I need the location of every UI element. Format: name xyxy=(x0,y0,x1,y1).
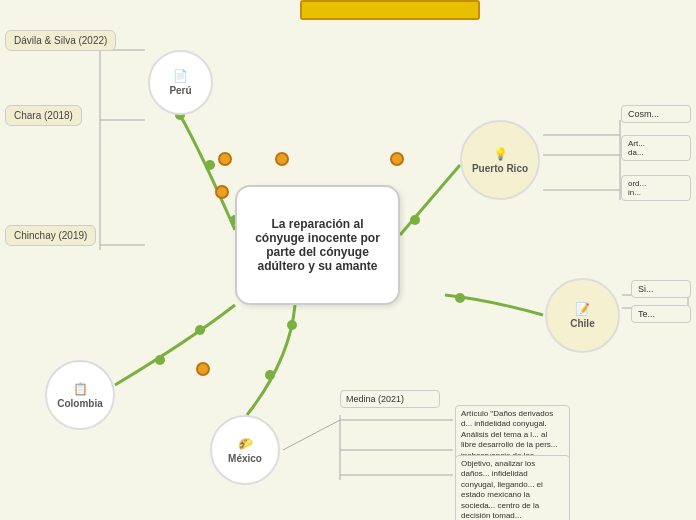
peru-icon: 📄 xyxy=(173,69,188,83)
svg-point-16 xyxy=(195,325,205,335)
chile-icon: 📝 xyxy=(575,302,590,316)
orange-dot-4 xyxy=(390,152,404,166)
chinchay-box: Chinchay (2019) xyxy=(5,225,96,246)
orange-dot-2 xyxy=(215,185,229,199)
mind-map-container: Dávila & Silva (2022) Chara (2018) Chinc… xyxy=(0,0,696,520)
chile-node[interactable]: 📝 Chile xyxy=(545,278,620,353)
si-box: Si... xyxy=(631,280,691,298)
colombia-label: Colombia xyxy=(57,398,103,409)
svg-point-7 xyxy=(410,215,420,225)
art-box: Art...da... xyxy=(621,135,691,161)
svg-line-20 xyxy=(283,420,340,450)
puerto-rico-icon: 💡 xyxy=(493,147,508,161)
orange-dot-1 xyxy=(218,152,232,166)
svg-point-19 xyxy=(265,370,275,380)
colombia-icon: 📋 xyxy=(73,382,88,396)
svg-point-17 xyxy=(155,355,165,365)
mexico-node[interactable]: 🌮 México xyxy=(210,415,280,485)
chara-box: Chara (2018) xyxy=(5,105,82,126)
peru-label: Perú xyxy=(169,85,191,96)
davila-box: Dávila & Silva (2022) xyxy=(5,30,116,51)
puerto-rico-label: Puerto Rico xyxy=(472,163,528,174)
central-text: La reparación al cónyuge inocente por pa… xyxy=(247,217,388,273)
puerto-rico-node[interactable]: 💡 Puerto Rico xyxy=(460,120,540,200)
cosm-box: Cosm... xyxy=(621,105,691,123)
svg-point-5 xyxy=(205,160,215,170)
central-node: La reparación al cónyuge inocente por pa… xyxy=(235,185,400,305)
mexico-icon: 🌮 xyxy=(238,437,253,451)
orange-dot-5 xyxy=(196,362,210,376)
mexico-label: México xyxy=(228,453,262,464)
objetivo-box: Objetivo, analizar los daños... infideli… xyxy=(455,455,570,520)
medina-box: Medina (2021) xyxy=(340,390,440,408)
top-highlight-bar xyxy=(300,0,480,20)
chile-label: Chile xyxy=(570,318,594,329)
colombia-node[interactable]: 📋 Colombia xyxy=(45,360,115,430)
ord-box: ord...in... xyxy=(621,175,691,201)
svg-point-12 xyxy=(455,293,465,303)
te-box: Te... xyxy=(631,305,691,323)
peru-node[interactable]: 📄 Perú xyxy=(148,50,213,115)
svg-point-18 xyxy=(287,320,297,330)
orange-dot-3 xyxy=(275,152,289,166)
